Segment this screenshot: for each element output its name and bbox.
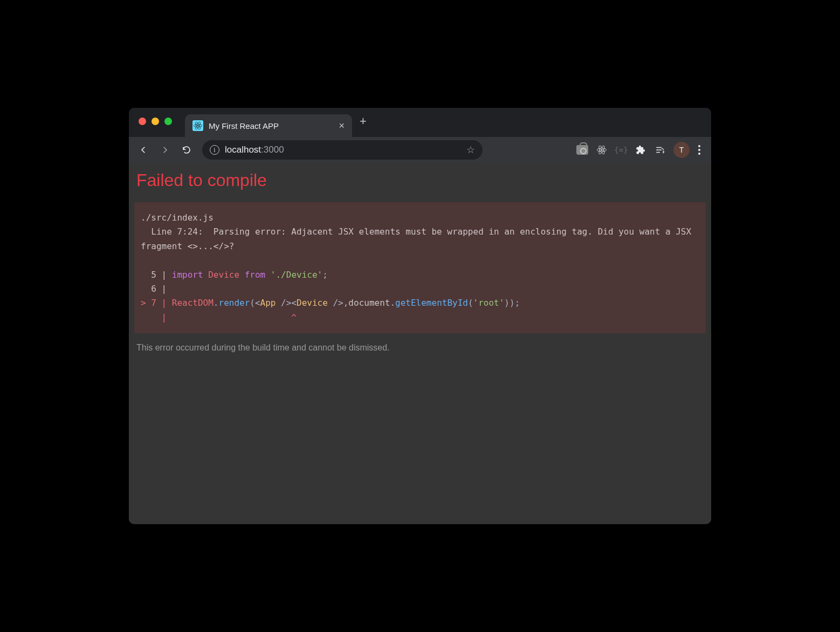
code-line-7-prefix: > 7 | — [141, 298, 172, 308]
react-devtools-icon[interactable] — [594, 142, 610, 158]
tk-app: App — [260, 298, 276, 308]
tk-reactdom: ReactDOM — [172, 298, 214, 308]
site-info-icon[interactable]: i — [210, 145, 219, 155]
svg-point-4 — [601, 149, 602, 150]
toolbar: i localhost:3000 ☆ {=} T — [129, 137, 711, 163]
error-location-line: Line 7:24: Parsing error: Adjacent JSX e… — [141, 226, 697, 251]
tk-getbyid: getElementById — [395, 298, 468, 308]
page-content: Failed to compile ./src/index.js Line 7:… — [129, 163, 711, 524]
tk-semi: ; — [322, 270, 328, 280]
url-port: :3000 — [261, 145, 284, 155]
tk-root: 'root' — [473, 298, 505, 308]
browser-menu-button[interactable] — [698, 145, 700, 155]
tk-render: render — [219, 298, 250, 308]
tk-import: import — [172, 270, 203, 280]
error-file-path: ./src/index.js — [141, 212, 214, 223]
window-minimize-button[interactable] — [152, 118, 159, 125]
reading-list-icon[interactable] — [652, 142, 668, 158]
profile-avatar[interactable]: T — [673, 142, 690, 158]
address-bar[interactable]: i localhost:3000 ☆ — [202, 140, 483, 160]
forward-button[interactable] — [156, 141, 174, 159]
avatar-initial: T — [679, 146, 684, 154]
tk-document: document — [348, 298, 390, 308]
bookmark-star-icon[interactable]: ☆ — [466, 144, 475, 156]
tk-device: Device — [208, 270, 239, 280]
error-code-block: ./src/index.js Line 7:24: Parsing error:… — [134, 202, 706, 333]
svg-point-0 — [197, 125, 199, 127]
tk-from: from — [245, 270, 266, 280]
tab-close-button[interactable]: × — [339, 120, 345, 132]
tk-device2: Device — [297, 298, 328, 308]
extension-shopping-icon[interactable] — [574, 142, 590, 158]
url-text: localhost:3000 — [225, 145, 284, 155]
back-button[interactable] — [134, 141, 153, 159]
tk-path: './Device' — [271, 270, 322, 280]
traffic-lights — [139, 118, 172, 125]
error-footer-note: This error occurred during the build tim… — [134, 343, 706, 353]
code-caret-line: | ^ — [141, 312, 297, 322]
window-close-button[interactable] — [139, 118, 146, 125]
new-tab-button[interactable]: + — [360, 114, 367, 128]
url-host: localhost — [225, 145, 261, 155]
browser-window: My First React APP × + i localhost:3000 … — [129, 108, 711, 524]
code-line-5-prefix: 5 | — [141, 270, 172, 280]
extensions-puzzle-icon[interactable] — [632, 142, 649, 158]
titlebar: My First React APP × + — [129, 108, 711, 137]
react-favicon-icon — [192, 120, 203, 131]
error-title: Failed to compile — [134, 170, 706, 190]
code-line-6: 6 | — [141, 284, 172, 294]
browser-tab[interactable]: My First React APP × — [185, 114, 352, 137]
reload-button[interactable] — [177, 141, 196, 159]
extension-braces-icon[interactable]: {=} — [613, 142, 629, 158]
tab-title: My First React APP — [209, 121, 333, 130]
window-maximize-button[interactable] — [164, 118, 172, 125]
